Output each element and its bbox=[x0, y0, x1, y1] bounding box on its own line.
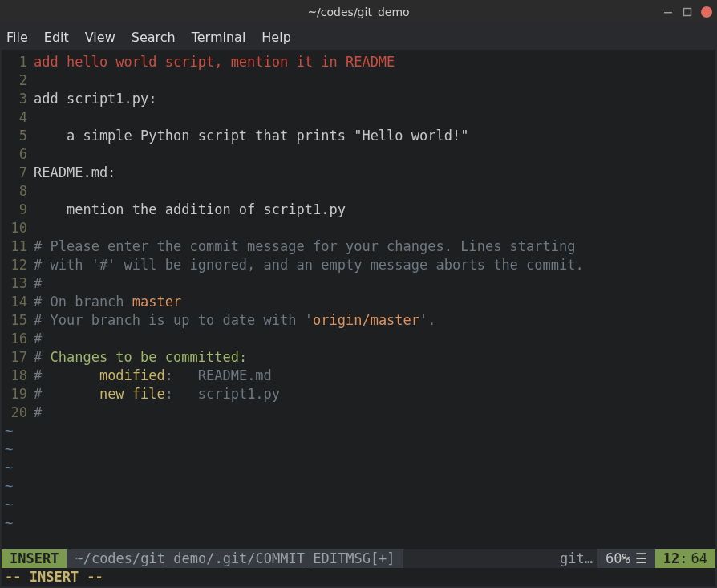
svg-rect-0 bbox=[664, 12, 672, 14]
tilde-line: ~ bbox=[2, 422, 715, 440]
line-number: 6 bbox=[2, 145, 34, 164]
status-spacer bbox=[403, 549, 553, 568]
status-git-branch: git… bbox=[552, 549, 598, 568]
line-content[interactable]: # Your branch is up to date with 'origin… bbox=[34, 311, 715, 330]
line-content[interactable] bbox=[34, 71, 715, 90]
line-content[interactable]: # Changes to be committed: bbox=[34, 348, 715, 367]
line-number: 10 bbox=[2, 219, 34, 237]
status-percent: 60% ☰ bbox=[598, 549, 655, 568]
tilde-line: ~ bbox=[2, 496, 715, 514]
minimize-button[interactable] bbox=[662, 6, 674, 18]
line-content[interactable] bbox=[34, 145, 715, 164]
line-content[interactable] bbox=[34, 108, 715, 127]
code-line[interactable]: 4 bbox=[2, 108, 715, 127]
line-number: 1 bbox=[2, 53, 34, 71]
code-line[interactable]: 12# with '#' will be ignored, and an emp… bbox=[2, 256, 715, 274]
status-filepath: ~/codes/git_demo/.git/COMMIT_EDITMSG[+] bbox=[67, 549, 403, 568]
line-number: 4 bbox=[2, 108, 34, 127]
line-number: 14 bbox=[2, 293, 34, 311]
status-percent-value: 60% bbox=[606, 549, 630, 568]
line-content[interactable] bbox=[34, 219, 715, 237]
line-content[interactable]: # bbox=[34, 330, 715, 348]
line-content[interactable] bbox=[34, 182, 715, 201]
menubar: File Edit View Search Terminal Help bbox=[0, 24, 717, 50]
line-number: 17 bbox=[2, 348, 34, 367]
line-number: 13 bbox=[2, 274, 34, 293]
code-line[interactable]: 14# On branch master bbox=[2, 293, 715, 311]
code-line[interactable]: 9 mention the addition of script1.py bbox=[2, 201, 715, 219]
svg-rect-1 bbox=[684, 9, 691, 16]
code-line[interactable]: 1add hello world script, mention it in R… bbox=[2, 53, 715, 71]
line-content[interactable]: a simple Python script that prints "Hell… bbox=[34, 127, 715, 145]
statusline: INSERT ~/codes/git_demo/.git/COMMIT_EDIT… bbox=[2, 549, 715, 568]
window-title: ~/codes/git_demo bbox=[307, 6, 409, 18]
code-line[interactable]: 5 a simple Python script that prints "He… bbox=[2, 127, 715, 145]
line-number: 12 bbox=[2, 256, 34, 274]
line-content[interactable]: mention the addition of script1.py bbox=[34, 201, 715, 219]
menu-terminal[interactable]: Terminal bbox=[184, 26, 254, 48]
code-line[interactable]: 6 bbox=[2, 145, 715, 164]
code-line[interactable]: 19# new file: script1.py bbox=[2, 385, 715, 403]
hamburger-icon: ☰ bbox=[630, 549, 647, 568]
menu-view[interactable]: View bbox=[77, 26, 124, 48]
tilde-line: ~ bbox=[2, 514, 715, 533]
code-line[interactable]: 3add script1.py: bbox=[2, 90, 715, 108]
tilde-line: ~ bbox=[2, 440, 715, 459]
line-number: 7 bbox=[2, 164, 34, 182]
menu-search[interactable]: Search bbox=[124, 26, 184, 48]
status-mode: INSERT bbox=[2, 549, 67, 568]
line-number: 18 bbox=[2, 367, 34, 385]
code-line[interactable]: 13# bbox=[2, 274, 715, 293]
code-line[interactable]: 17# Changes to be committed: bbox=[2, 348, 715, 367]
editor-area[interactable]: 1add hello world script, mention it in R… bbox=[2, 50, 715, 586]
menu-file[interactable]: File bbox=[5, 26, 36, 48]
line-content[interactable]: # bbox=[34, 403, 715, 422]
line-content[interactable]: # new file: script1.py bbox=[34, 385, 715, 403]
line-content[interactable]: # bbox=[34, 274, 715, 293]
line-number: 9 bbox=[2, 201, 34, 219]
code-line[interactable]: 20# bbox=[2, 403, 715, 422]
line-content[interactable]: README.md: bbox=[34, 164, 715, 182]
line-content[interactable]: add script1.py: bbox=[34, 90, 715, 108]
code-line[interactable]: 11# Please enter the commit message for … bbox=[2, 237, 715, 256]
code-line[interactable]: 16# bbox=[2, 330, 715, 348]
line-content[interactable]: # On branch master bbox=[34, 293, 715, 311]
menu-edit[interactable]: Edit bbox=[36, 26, 77, 48]
code-line[interactable]: 10 bbox=[2, 219, 715, 237]
line-number: 19 bbox=[2, 385, 34, 403]
code-line[interactable]: 2 bbox=[2, 71, 715, 90]
line-number: 5 bbox=[2, 127, 34, 145]
line-content[interactable]: # modified: README.md bbox=[34, 367, 715, 385]
empty-lines: ~~~~~~ bbox=[2, 422, 715, 533]
close-button[interactable] bbox=[701, 6, 712, 18]
window-controls bbox=[662, 0, 712, 24]
line-number: 15 bbox=[2, 311, 34, 330]
line-content[interactable]: add hello world script, mention it in RE… bbox=[34, 53, 715, 71]
line-content[interactable]: # with '#' will be ignored, and an empty… bbox=[34, 256, 715, 274]
line-number: 3 bbox=[2, 90, 34, 108]
tilde-line: ~ bbox=[2, 477, 715, 496]
status-column-number: 64 bbox=[688, 549, 707, 568]
line-number: 20 bbox=[2, 403, 34, 422]
code-line[interactable]: 15# Your branch is up to date with 'orig… bbox=[2, 311, 715, 330]
code-line[interactable]: 8 bbox=[2, 182, 715, 201]
line-number: 2 bbox=[2, 71, 34, 90]
status-sep: : bbox=[679, 549, 687, 568]
tilde-line: ~ bbox=[2, 459, 715, 477]
status-cursor-position: 12: 64 bbox=[655, 549, 715, 568]
line-number: 8 bbox=[2, 182, 34, 201]
command-line: -- INSERT -- bbox=[2, 568, 715, 586]
line-number: 16 bbox=[2, 330, 34, 348]
window-titlebar: ~/codes/git_demo bbox=[0, 0, 717, 24]
line-number: 11 bbox=[2, 237, 34, 256]
line-content[interactable]: # Please enter the commit message for yo… bbox=[34, 237, 715, 256]
status-line-number: 12 bbox=[663, 549, 679, 568]
code-line[interactable]: 18# modified: README.md bbox=[2, 367, 715, 385]
maximize-button[interactable] bbox=[682, 6, 693, 18]
text-buffer[interactable]: 1add hello world script, mention it in R… bbox=[2, 50, 715, 422]
code-line[interactable]: 7README.md: bbox=[2, 164, 715, 182]
menu-help[interactable]: Help bbox=[253, 26, 298, 48]
